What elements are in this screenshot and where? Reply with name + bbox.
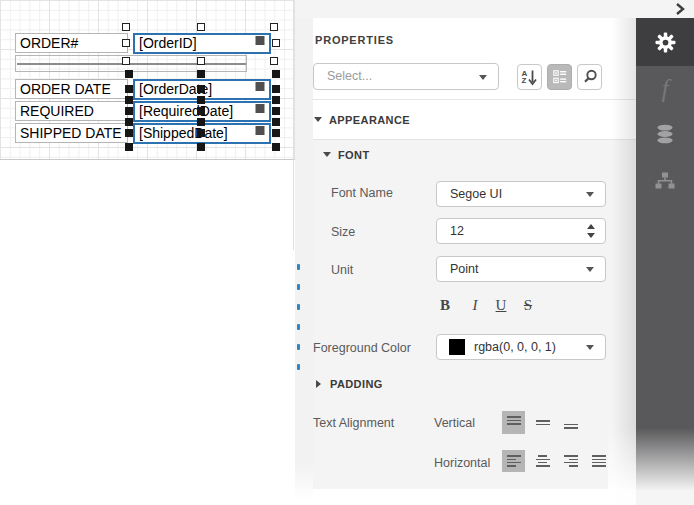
unit-combobox[interactable]: Point: [436, 256, 606, 282]
unit-label: Unit: [331, 263, 353, 277]
spin-down-icon[interactable]: [587, 233, 595, 238]
unit-value: Point: [450, 257, 479, 282]
spin-up-icon[interactable]: [587, 224, 595, 229]
search-button[interactable]: [577, 64, 602, 90]
panel-splitter[interactable]: [295, 0, 313, 505]
size-spinbox[interactable]: 12: [436, 218, 606, 244]
categorized-view-button[interactable]: [547, 64, 572, 90]
gear-icon: [654, 31, 677, 54]
italic-button[interactable]: I: [463, 295, 487, 315]
sidebar-item-field-list[interactable]: [636, 111, 694, 156]
halign-right-button[interactable]: [559, 450, 582, 472]
bold-button[interactable]: B: [433, 295, 457, 315]
chevron-down-icon: [479, 75, 487, 80]
foreground-color-label: Foreground Color: [313, 341, 411, 355]
categorized-view-icon: [553, 70, 567, 84]
tree-icon: [654, 170, 676, 192]
splitter-grip-dot: [297, 344, 300, 350]
underline-button[interactable]: U: [489, 295, 513, 315]
select-placeholder: Select...: [327, 64, 372, 89]
align-middle-icon: [536, 416, 550, 429]
sort-az-button[interactable]: A Z: [517, 64, 542, 90]
sort-az-icon: A Z: [522, 70, 528, 84]
report-design-surface[interactable]: ORDER# [OrderID] ORDER DATE [OrderDate] …: [0, 0, 295, 505]
horizontal-label: Horizontal: [434, 456, 490, 470]
align-center-icon: [536, 455, 550, 467]
size-value: 12: [450, 219, 464, 244]
section-padding[interactable]: PADDING: [330, 378, 383, 390]
align-bottom-icon: [564, 416, 578, 429]
collapse-appearance-icon[interactable]: [314, 117, 322, 122]
halign-center-button[interactable]: [531, 450, 554, 472]
text-alignment-label: Text Alignment: [313, 416, 394, 430]
font-name-value: Segoe UI: [450, 182, 502, 207]
align-right-icon: [564, 455, 578, 467]
valign-bottom-button[interactable]: [559, 411, 582, 434]
foreground-color-combobox[interactable]: rgba(0, 0, 0, 1): [436, 334, 606, 360]
size-label: Size: [331, 225, 355, 239]
sidebar-item-properties[interactable]: [636, 18, 694, 66]
collapse-panel-chevron-icon[interactable]: [674, 2, 686, 16]
halign-left-button[interactable]: [502, 450, 525, 472]
align-top-icon: [507, 416, 521, 429]
foreground-color-value: rgba(0, 0, 0, 1): [474, 335, 556, 360]
sidebar-item-expressions[interactable]: f: [636, 66, 694, 111]
valign-center-button[interactable]: [531, 411, 554, 434]
sidebar-item-report-explorer[interactable]: [636, 156, 694, 206]
property-select-combobox[interactable]: Select...: [313, 63, 499, 90]
align-left-icon: [507, 455, 521, 467]
section-font[interactable]: FONT: [338, 149, 370, 161]
font-name-combobox[interactable]: Segoe UI: [436, 181, 606, 207]
database-icon: [654, 123, 676, 145]
splitter-grip-dot: [297, 264, 300, 270]
valign-top-button[interactable]: [502, 411, 525, 434]
sort-arrow-icon: [528, 69, 537, 86]
font-name-label: Font Name: [331, 186, 393, 200]
divider: [313, 99, 636, 100]
selection-handles[interactable]: [0, 0, 295, 160]
strikeout-button[interactable]: S: [516, 295, 540, 315]
smart-tag-icon[interactable]: [256, 36, 265, 135]
panel-top-strip: [295, 0, 694, 18]
panel-title: PROPERTIES: [315, 34, 394, 46]
chevron-down-icon: [586, 267, 594, 272]
collapse-font-icon[interactable]: [323, 152, 331, 157]
section-appearance[interactable]: APPEARANCE: [329, 114, 410, 126]
splitter-grip-dot: [297, 284, 300, 290]
chevron-down-icon: [586, 345, 594, 350]
expand-padding-icon[interactable]: [316, 380, 321, 388]
splitter-grip-dot: [297, 364, 300, 370]
splitter-grip-dot: [297, 304, 300, 310]
chevron-down-icon: [586, 192, 594, 197]
halign-justify-button[interactable]: [587, 450, 610, 472]
color-swatch: [449, 339, 465, 355]
sidebar-bottom-fade: [608, 428, 694, 505]
align-justify-icon: [592, 455, 606, 467]
function-icon: f: [661, 76, 668, 102]
vertical-label: Vertical: [434, 416, 475, 430]
splitter-grip-dot: [297, 324, 300, 330]
search-icon: [582, 69, 598, 85]
